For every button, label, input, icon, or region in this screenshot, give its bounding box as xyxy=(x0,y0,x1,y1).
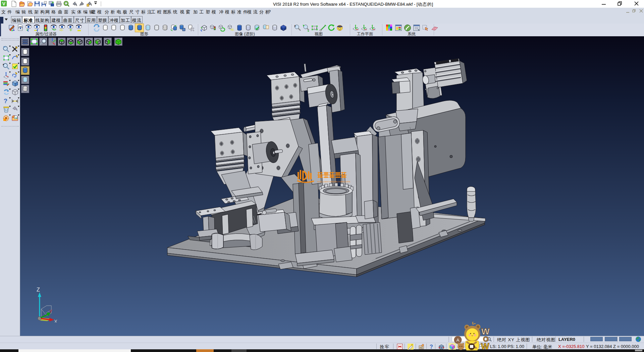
svg-text:W: W xyxy=(481,341,489,351)
svg-text:INTELLIGENT MANUFACTURING DATA: INTELLIGENT MANUFACTURING DATA xyxy=(317,181,351,183)
svg-text:HQ: HQ xyxy=(420,347,423,349)
svg-text:?: ? xyxy=(430,344,433,350)
svg-text:A: A xyxy=(457,338,460,343)
